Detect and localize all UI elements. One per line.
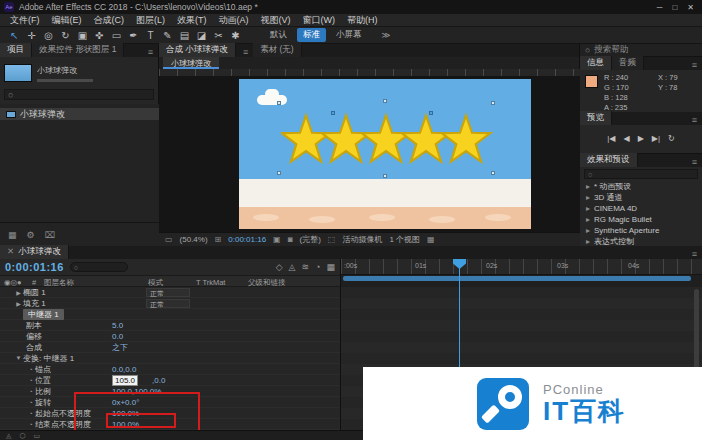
timeline-current-time[interactable]: 0:00:01:16 [5, 261, 64, 273]
selection-handle[interactable] [491, 101, 495, 105]
twirl-icon[interactable]: ▶ [14, 289, 23, 296]
composition-view[interactable] [239, 79, 531, 229]
row-offset[interactable]: 偏移0.0 [0, 331, 340, 342]
channels-icon[interactable]: ◙ [288, 235, 293, 244]
trkmat-header[interactable]: T TrkMat [196, 278, 225, 287]
row-position[interactable]: ◔位置105.0,0.0 [0, 375, 340, 386]
clone-stamp-tool-icon[interactable]: ▤ [176, 30, 193, 41]
selection-handle[interactable] [491, 171, 495, 175]
roi-icon[interactable]: ⬚ [328, 235, 336, 244]
maximize-button[interactable]: □ [672, 3, 677, 12]
menu-window[interactable]: 窗口(W) [297, 14, 342, 27]
timeline-tab[interactable]: ✕小球球弹改 [0, 245, 69, 259]
property-value[interactable]: 100.0% [112, 409, 139, 418]
property-value[interactable]: 100.0,100.0% [112, 387, 161, 396]
minimize-button[interactable]: ─ [657, 3, 663, 12]
property-value[interactable]: 0.0,0.0 [112, 365, 136, 374]
panel-menu-icon[interactable]: ≡ [687, 60, 702, 70]
rotate-tool-icon[interactable]: ↻ [57, 30, 74, 41]
stopwatch-icon[interactable]: ◔ [26, 366, 35, 373]
camera-select[interactable]: 活动摄像机 [342, 234, 382, 245]
work-area-bar[interactable] [343, 276, 691, 281]
comp-subtab[interactable]: 小球球弹改 [163, 57, 219, 69]
hide-shy-layers-icon[interactable]: ≋ [302, 262, 310, 272]
row-anchor-point[interactable]: ◔锚点0.0,0.0 [0, 364, 340, 375]
row-ellipse[interactable]: ▶椭圆 1正常 [0, 287, 340, 298]
row-rotation[interactable]: ◔旋转0x+0.0° [0, 397, 340, 408]
row-repeater[interactable]: 中继器 1 [0, 309, 340, 320]
menu-composition[interactable]: 合成(C) [88, 14, 131, 27]
grid-guides-icon[interactable]: ⊞ [215, 235, 222, 244]
property-value[interactable]: 0x+0.0° [112, 398, 139, 407]
hand-tool-icon[interactable]: ✛ [23, 30, 40, 41]
workspace-default[interactable]: 默认 [270, 29, 287, 41]
position-value-input[interactable]: 105.0 [112, 375, 138, 386]
stars-graphic[interactable] [281, 103, 501, 175]
timeline-bottom-icon-1[interactable]: ◬ [6, 432, 11, 440]
twirl-icon[interactable]: ▸ [586, 182, 590, 191]
row-fill[interactable]: ▶填充 1正常 [0, 298, 340, 309]
view-layout-icon[interactable]: ▦ [427, 235, 435, 244]
menu-help[interactable]: 帮助(H) [341, 14, 384, 27]
selection-tool-icon[interactable]: ↖ [6, 30, 23, 41]
play-button[interactable]: ▶ [638, 134, 644, 143]
graph-editor-icon[interactable]: ▦ [326, 262, 335, 272]
stopwatch-icon[interactable]: ◔ [26, 399, 35, 406]
anchor-handle[interactable] [331, 111, 335, 115]
time-ruler[interactable]: :00s 01s 02s 03s 04s [341, 259, 702, 275]
timeline-bottom-icon-3[interactable]: ▭ [34, 432, 41, 440]
property-value[interactable]: 之下 [112, 342, 128, 353]
tab-composition[interactable]: 合成 小球球弹改 [159, 43, 236, 57]
selection-handle[interactable] [277, 101, 281, 105]
menu-view[interactable]: 视图(V) [255, 14, 297, 27]
menu-animation[interactable]: 动画(A) [213, 14, 255, 27]
stopwatch-icon[interactable]: ◔ [26, 377, 35, 384]
tab-project[interactable]: 项目 [0, 43, 32, 57]
effects-category-animation-presets[interactable]: ▸* 动画预设 [580, 181, 702, 192]
row-copies[interactable]: 副本5.0 [0, 320, 340, 331]
workspace-small-screen[interactable]: 小屏幕 [336, 29, 362, 41]
menu-edit[interactable]: 编辑(E) [46, 14, 88, 27]
selection-handle[interactable] [383, 174, 387, 178]
project-list-item[interactable]: 小球球弹改 [0, 108, 159, 120]
stopwatch-icon[interactable]: ◔ [26, 410, 35, 417]
twirl-icon[interactable]: ▸ [586, 237, 590, 246]
effects-category-3d-channel[interactable]: ▸3D 通道 [580, 192, 702, 203]
pan-behind-tool-icon[interactable]: ✜ [91, 30, 108, 41]
row-end-opacity[interactable]: ◔结束点不透明度100.0% [0, 419, 340, 430]
close-tab-icon[interactable]: ✕ [7, 246, 14, 256]
resolution-select[interactable]: (完整) [300, 234, 321, 245]
row-transform-repeater[interactable]: ▼变换: 中继器 1 [0, 353, 340, 364]
row-scale[interactable]: ◔比例100.0,100.0% [0, 386, 340, 397]
brush-tool-icon[interactable]: ✎ [159, 30, 176, 41]
property-value[interactable]: ,0.0 [152, 376, 165, 385]
tab-footage[interactable]: 素材 (无) [253, 43, 302, 57]
panel-menu-icon[interactable]: ≡ [143, 47, 158, 57]
timeline-search-input[interactable]: ○ [70, 262, 128, 272]
panel-menu-icon[interactable]: ≡ [687, 157, 702, 167]
effects-category-magic-bullet[interactable]: ▸RG Magic Bullet [580, 214, 702, 225]
gear-icon[interactable]: ⚙ [27, 230, 35, 240]
selection-handle[interactable] [277, 171, 281, 175]
viewer-canvas[interactable] [159, 77, 580, 232]
project-search-input[interactable]: ○ [4, 89, 154, 100]
menu-effect[interactable]: 效果(T) [171, 14, 213, 27]
project-footer-icon-1[interactable]: ▦ [8, 230, 17, 240]
panel-menu-icon[interactable]: ≡ [238, 47, 253, 57]
tab-info[interactable]: 信息 [580, 56, 612, 70]
twirl-icon[interactable]: ▸ [586, 193, 590, 202]
workspace-overflow-icon[interactable]: ≫ [382, 30, 391, 40]
property-value[interactable]: 0.0 [112, 332, 123, 341]
twirl-icon[interactable]: ▶ [14, 300, 23, 307]
workspace-standard[interactable]: 标准 [297, 28, 326, 42]
selection-handle[interactable] [383, 99, 387, 103]
snapshot-icon[interactable]: ▣ [273, 235, 281, 244]
tab-effect-controls[interactable]: 效果控件 形状图层 1 [32, 43, 124, 57]
previous-frame-button[interactable]: ◀ [623, 134, 629, 143]
twirl-icon[interactable]: ▸ [586, 215, 590, 224]
current-time[interactable]: 0:00:01:16 [228, 235, 266, 244]
next-frame-button[interactable]: ▶| [652, 134, 660, 143]
menu-layer[interactable]: 图层(L) [130, 14, 171, 27]
shape-tool-icon[interactable]: ▭ [108, 30, 125, 41]
anchor-handle[interactable] [429, 111, 433, 115]
